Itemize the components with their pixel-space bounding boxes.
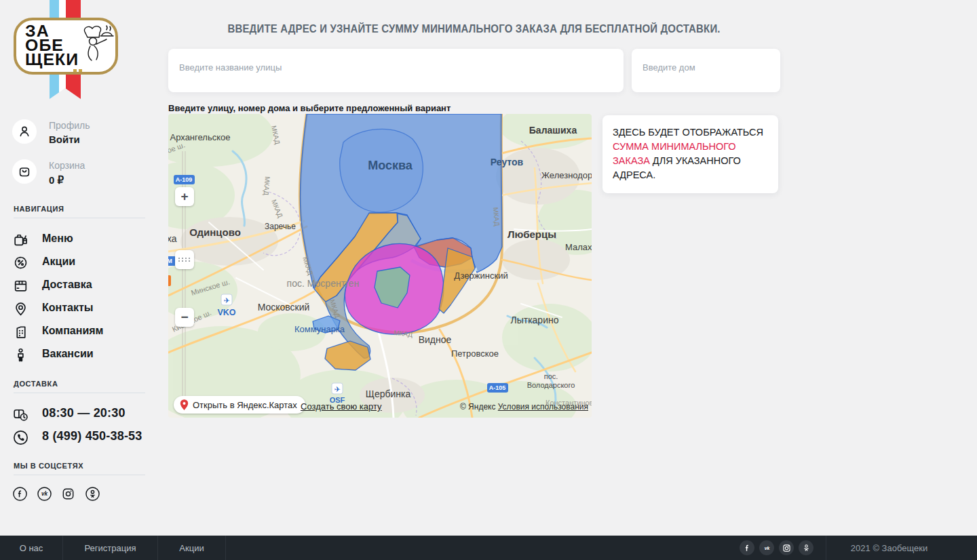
cart-label: Корзина (49, 160, 85, 171)
zoom-out-button[interactable]: − (175, 308, 194, 327)
working-hours: 08:30 — 20:30 (42, 406, 126, 420)
divider (14, 475, 145, 475)
person-icon (12, 346, 29, 366)
map-label: Одинцово (189, 226, 241, 238)
sidebar-item-label: Компаниям (42, 325, 103, 337)
map-label: Петровское (451, 348, 499, 359)
terms-of-use-link[interactable]: Условия использования (498, 402, 588, 412)
sidebar-item-delivery[interactable]: Доставка (0, 277, 159, 297)
svg-text:vk: vk (41, 491, 48, 497)
divider (14, 393, 145, 393)
footer-link-promos[interactable]: Акции (158, 536, 226, 560)
map-canvas: А-109 А-105 М ✈ VKO ✈ OSF Москва Балаших… (168, 114, 592, 418)
osf-plane-icon: ✈ (334, 385, 340, 394)
ruler-dots-icon (178, 258, 191, 262)
social-section-title: МЫ В СОЦСЕТЯХ (14, 462, 83, 470)
footer-copyright: 2021 © Заобещеки (826, 536, 952, 560)
map-label: Московский (258, 302, 310, 313)
map-label: пос. Мосрентген (287, 278, 360, 289)
map-label-moscow: Москва (368, 159, 413, 172)
map-label: Лыткарино (510, 315, 558, 325)
phone-icon (12, 428, 30, 449)
nav-section-title: НАВИГАЦИЯ (14, 205, 64, 213)
map-attribution: © Яндекс Условия использования (460, 402, 588, 412)
road-badge-a109: А-109 (176, 176, 193, 183)
address-hint: Введите улицу, номер дома и выберите пре… (168, 103, 451, 113)
menu-icon (12, 231, 29, 251)
info-text-before: ЗДЕСЬ БУДЕТ ОТОБРАЖАТЬСЯ (613, 127, 763, 138)
facebook-icon[interactable] (740, 540, 754, 555)
divider (14, 218, 145, 218)
map-label: Люберцы (507, 228, 556, 240)
street-input-card (168, 49, 624, 92)
login-link[interactable]: Войти (49, 134, 80, 145)
footer: О нас Регистрация Акции vk 2021 © Заобещ… (0, 536, 977, 560)
vk-icon[interactable]: vk (37, 486, 52, 502)
vko-label: VKO (217, 308, 235, 317)
building-icon (12, 323, 29, 343)
delivery-section-title: ДОСТАВКА (14, 380, 58, 388)
instagram-icon[interactable] (60, 486, 76, 502)
map-label: Дзержинский (454, 271, 507, 281)
profile-button[interactable] (12, 119, 37, 144)
road-badge-a105: А-105 (489, 384, 506, 391)
sidebar-item-label: Акции (42, 256, 75, 268)
cart-icon (17, 164, 32, 179)
logo[interactable]: ЗА ОБЕ ЩЕКИ (14, 18, 118, 75)
delivery-truck-icon (12, 405, 30, 426)
min-order-info-card: ЗДЕСЬ БУДЕТ ОТОБРАЖАТЬСЯ СУММА МИНИМАЛЬН… (602, 115, 778, 193)
instagram-icon[interactable] (779, 540, 794, 555)
cart-button[interactable] (12, 159, 37, 184)
map-label: ха (168, 233, 177, 244)
delivery-zones-map[interactable]: А-109 А-105 М ✈ VKO ✈ OSF Москва Балаших… (168, 114, 592, 418)
create-map-link[interactable]: Создать свою карту (301, 401, 382, 412)
sidebar-item-companies[interactable]: Компаниям (0, 323, 159, 343)
house-input[interactable] (632, 49, 780, 76)
yandex-copyright: © Яндекс (460, 402, 496, 412)
discount-icon (12, 254, 29, 274)
map-label: Володарского (527, 381, 575, 389)
open-yandex-maps-label: Открыть в Яндекс.Картах (193, 400, 297, 410)
sidebar-item-label: Доставка (42, 279, 92, 291)
house-input-card (632, 49, 780, 92)
sidebar-item-menu[interactable]: Меню (0, 231, 159, 251)
map-label: Малаховка (565, 242, 592, 252)
ruler-button[interactable] (175, 250, 194, 269)
cart-total: 0 ₽ (49, 174, 64, 186)
sidebar: ЗА ОБЕ ЩЕКИ Профиль Войти (0, 0, 159, 536)
map-label: Заречье (265, 222, 296, 231)
map-label: Видное (419, 334, 452, 345)
map-label: Реутов (491, 157, 524, 167)
chef-illustration-icon (72, 22, 114, 66)
sidebar-item-jobs[interactable]: Вакансии (0, 346, 159, 366)
vk-icon[interactable]: vk (759, 540, 774, 555)
map-label: Щербинка (366, 388, 411, 399)
page-title: ВВЕДИТЕ АДРЕС И УЗНАЙТЕ СУММУ МИНИМАЛЬНО… (168, 22, 780, 36)
map-label: Балашиха (529, 125, 577, 136)
odnoklassniki-icon[interactable] (85, 486, 100, 502)
sidebar-item-contacts[interactable]: Контакты (0, 300, 159, 320)
footer-socials: vk (740, 536, 826, 560)
map-pin-icon (180, 399, 189, 411)
footer-link-about[interactable]: О нас (0, 536, 63, 560)
odnoklassniki-icon[interactable] (799, 540, 813, 555)
user-icon (17, 124, 32, 139)
footer-spacer (226, 536, 740, 560)
map-label: Железнодорожный (541, 170, 592, 180)
street-input[interactable] (168, 49, 624, 76)
vko-plane-icon: ✈ (223, 296, 229, 305)
phone-number[interactable]: 8 (499) 450-38-53 (42, 429, 142, 443)
logo-text: ЗА ОБЕ ЩЕКИ (25, 24, 79, 67)
profile-label: Профиль (49, 120, 90, 131)
map-label: пос. (544, 372, 558, 380)
open-yandex-maps-button[interactable]: Открыть в Яндекс.Картах (174, 396, 305, 414)
svg-text:vk: vk (764, 546, 770, 551)
zoom-in-button[interactable]: + (175, 187, 194, 206)
box-icon (12, 277, 29, 297)
map-label: Архангельское (170, 132, 231, 142)
map-pin-icon (12, 300, 29, 320)
footer-link-register[interactable]: Регистрация (63, 536, 158, 560)
sidebar-item-label: Меню (42, 233, 73, 245)
sidebar-item-promos[interactable]: Акции (0, 254, 159, 274)
facebook-icon[interactable] (12, 486, 28, 502)
